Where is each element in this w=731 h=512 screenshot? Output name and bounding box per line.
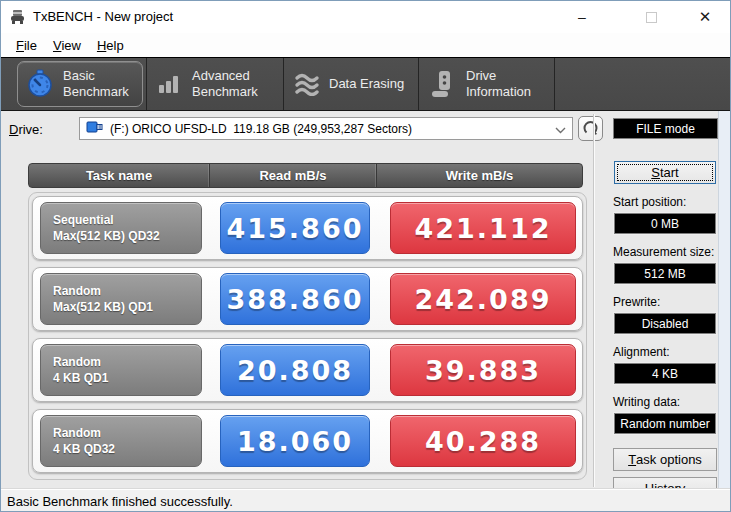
alignment-label: Alignment: bbox=[613, 345, 718, 359]
stopwatch-icon bbox=[26, 69, 54, 99]
writing-data-label: Writing data: bbox=[613, 395, 718, 409]
table-header: Task name Read mB/s Write mB/s bbox=[28, 163, 583, 188]
write-value: 242.089 bbox=[390, 273, 576, 325]
drive-label: Drive: bbox=[9, 122, 43, 137]
tab-drive-information[interactable]: DriveInformation bbox=[419, 58, 554, 110]
task-button-random-4k-qd32[interactable]: Random4 KB QD32 bbox=[40, 415, 202, 467]
panel-divider bbox=[593, 114, 595, 487]
prewrite-label: Prewrite: bbox=[613, 295, 718, 309]
drive-select[interactable]: (F:) ORICO UFSD-LD 119.18 GB (249,953,28… bbox=[79, 117, 573, 140]
refresh-drives-button[interactable] bbox=[578, 116, 603, 141]
tab-label: AdvancedBenchmark bbox=[192, 68, 258, 101]
table-row: RandomMax(512 KB) QD1 388.860 242.089 bbox=[32, 267, 583, 331]
app-window: TxBENCH - New project – ✕ File View Help… bbox=[0, 0, 731, 512]
status-message: Basic Benchmark finished successfully. bbox=[7, 494, 233, 509]
alignment-field[interactable]: 4 KB bbox=[614, 363, 716, 384]
titlebar: TxBENCH - New project – ✕ bbox=[1, 1, 730, 33]
task-options-button[interactable]: Task options bbox=[613, 448, 717, 471]
prewrite-field[interactable]: Disabled bbox=[614, 313, 716, 334]
window-title: TxBENCH - New project bbox=[33, 9, 173, 24]
tab-data-erasing[interactable]: Data Erasing bbox=[284, 58, 418, 110]
drive-selected-value: (F:) ORICO UFSD-LD 119.18 GB (249,953,28… bbox=[110, 122, 551, 136]
task-button-sequential-qd32[interactable]: SequentialMax(512 KB) QD32 bbox=[40, 202, 202, 254]
task-button-random-qd1[interactable]: RandomMax(512 KB) QD1 bbox=[40, 273, 202, 325]
toolbar: BasicBenchmark AdvancedBenchmark bbox=[1, 57, 730, 111]
measurement-size-label: Measurement size: bbox=[613, 245, 718, 259]
start-button[interactable]: Start bbox=[614, 161, 716, 184]
maximize-button[interactable] bbox=[628, 1, 674, 33]
erase-waves-icon bbox=[294, 72, 320, 96]
read-value: 415.860 bbox=[220, 202, 370, 254]
minimize-button[interactable]: – bbox=[559, 1, 605, 33]
write-value: 40.288 bbox=[390, 415, 576, 467]
write-value: 421.112 bbox=[390, 202, 576, 254]
tab-label: BasicBenchmark bbox=[63, 68, 129, 101]
start-position-label: Start position: bbox=[613, 195, 718, 209]
measurement-size-field[interactable]: 512 MB bbox=[614, 263, 716, 284]
table-row: SequentialMax(512 KB) QD32 415.860 421.1… bbox=[32, 196, 583, 260]
statusbar: Basic Benchmark finished successfully. bbox=[1, 488, 730, 512]
menu-view[interactable]: View bbox=[45, 35, 89, 56]
drive-icon bbox=[429, 69, 457, 99]
tab-basic-benchmark[interactable]: BasicBenchmark bbox=[17, 61, 143, 107]
menu-file[interactable]: File bbox=[8, 35, 45, 56]
file-mode-button[interactable]: FILE mode bbox=[613, 118, 718, 139]
write-value: 39.883 bbox=[390, 344, 576, 396]
start-position-field[interactable]: 0 MB bbox=[614, 213, 716, 234]
right-margin-strip bbox=[718, 111, 731, 488]
table-row: Random4 KB QD1 20.808 39.883 bbox=[32, 338, 583, 402]
col-task-name: Task name bbox=[29, 168, 209, 183]
writing-data-field[interactable]: Random number bbox=[614, 413, 716, 434]
read-value: 20.808 bbox=[220, 344, 370, 396]
task-button-random-4k-qd1[interactable]: Random4 KB QD1 bbox=[40, 344, 202, 396]
col-read: Read mB/s bbox=[209, 164, 376, 187]
tab-advanced-benchmark[interactable]: AdvancedBenchmark bbox=[147, 58, 283, 110]
read-value: 388.860 bbox=[220, 273, 370, 325]
tab-label: Data Erasing bbox=[329, 76, 404, 92]
read-value: 18.060 bbox=[220, 415, 370, 467]
bar-chart-icon bbox=[157, 72, 183, 96]
menubar: File View Help bbox=[1, 33, 730, 57]
usb-drive-icon bbox=[86, 120, 104, 138]
sidebar: Start Start position: 0 MB Measurement s… bbox=[601, 161, 718, 500]
close-button[interactable]: ✕ bbox=[679, 1, 731, 33]
app-icon bbox=[10, 10, 26, 25]
refresh-icon bbox=[583, 121, 598, 136]
col-write: Write mB/s bbox=[376, 164, 582, 187]
menu-help[interactable]: Help bbox=[89, 35, 132, 56]
maximize-icon bbox=[646, 12, 657, 23]
benchmark-rows: SequentialMax(512 KB) QD32 415.860 421.1… bbox=[28, 192, 587, 480]
tab-label: DriveInformation bbox=[466, 68, 531, 101]
table-row: Random4 KB QD32 18.060 40.288 bbox=[32, 409, 583, 473]
chevron-down-icon bbox=[555, 120, 566, 138]
